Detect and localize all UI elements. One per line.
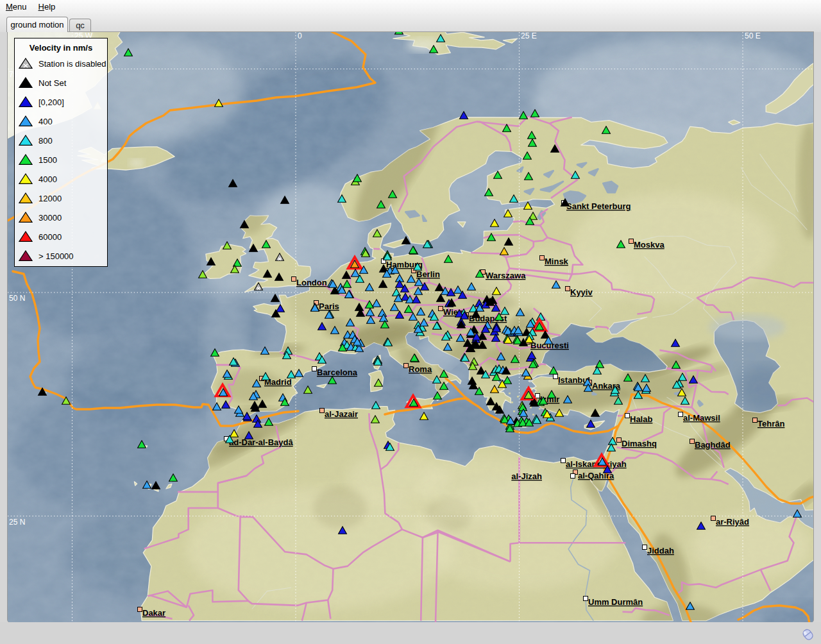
svg-text:Berlin: Berlin: [416, 269, 440, 279]
svg-text:Kyyiv: Kyyiv: [570, 287, 593, 297]
svg-text:Paris: Paris: [319, 301, 339, 311]
svg-text:ar-Riyâd: ar-Riyâd: [716, 517, 749, 527]
svg-text:0: 0: [298, 32, 302, 40]
svg-text:London: London: [296, 278, 327, 287]
svg-text:Warszawa: Warszawa: [486, 271, 526, 280]
svg-text:Roma: Roma: [409, 364, 432, 374]
svg-text:25 N: 25 N: [9, 518, 25, 527]
svg-text:al-Jazair: al-Jazair: [325, 409, 358, 419]
svg-text:ad-Dar-al-Baydâ: ad-Dar-al-Baydâ: [229, 437, 293, 447]
svg-text:Jiddah: Jiddah: [647, 546, 674, 555]
svg-text:Barcelona: Barcelona: [317, 368, 358, 377]
svg-text:Dimashq: Dimashq: [622, 439, 657, 448]
svg-text:Baghdâd: Baghdâd: [695, 440, 731, 450]
svg-text:50 E: 50 E: [745, 32, 761, 40]
svg-text:50 N: 50 N: [9, 294, 25, 303]
svg-text:25 E: 25 E: [521, 32, 537, 40]
svg-text:Dakar: Dakar: [142, 608, 165, 618]
svg-text:Halab: Halab: [630, 414, 652, 424]
svg-text:Umm Durmân: Umm Durmân: [588, 597, 643, 607]
svg-text:Moskva: Moskva: [634, 240, 664, 250]
svg-text:Minsk: Minsk: [545, 257, 569, 266]
svg-text:Tehrân: Tehrân: [758, 419, 784, 428]
svg-text:Sankt Peterburg: Sankt Peterburg: [566, 201, 631, 211]
svg-text:al-Mawsil: al-Mawsil: [683, 413, 720, 423]
svg-text:al-Jîzah: al-Jîzah: [511, 471, 542, 481]
